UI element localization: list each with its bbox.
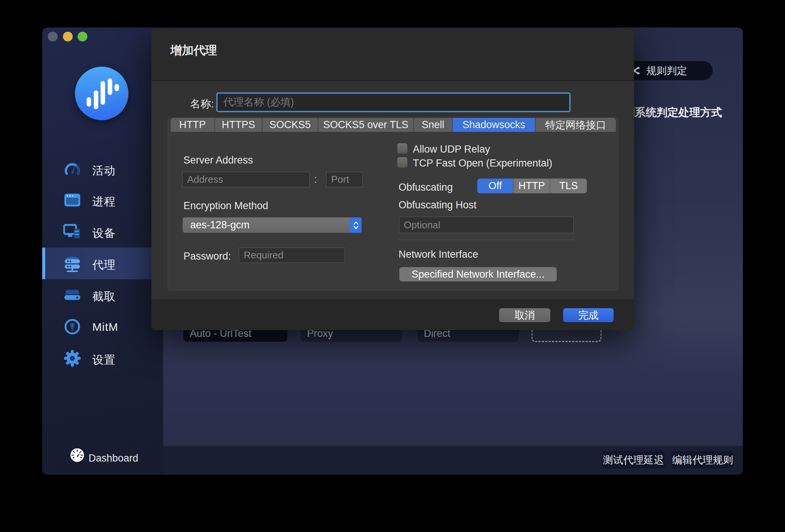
obfuscating-option-off[interactable]: Off (477, 179, 514, 193)
drive-icon (63, 287, 81, 303)
tab-snell[interactable]: Snell (414, 118, 453, 132)
tcp-fast-open-label: TCP Fast Open (Experimental) (413, 157, 552, 169)
dashboard-gauge-icon (70, 448, 84, 462)
done-button[interactable]: 完成 (563, 308, 614, 322)
proxy-type-tabbar: HTTP HTTPS SOCKS5 SOCKS5 over TLS Snell … (171, 118, 616, 132)
tab-http[interactable]: HTTP (171, 118, 215, 132)
sidebar-item-mitm[interactable]: MitM (42, 311, 163, 342)
devices-icon (63, 223, 81, 240)
add-proxy-dialog: 增加代理 名称: HTTP HTTPS SOCKS5 SOCKS5 over T… (151, 28, 634, 330)
address-input[interactable] (182, 172, 310, 187)
popup-chevrons-icon (350, 217, 362, 233)
keyhole-icon (63, 318, 81, 335)
traffic-minimize-button[interactable] (63, 32, 73, 41)
name-label: 名称: (166, 97, 214, 111)
password-label: Password: (183, 251, 231, 262)
sidebar-item-label: 代理 (92, 257, 116, 273)
rule-decision-label: 规则判定 (646, 64, 687, 78)
test-latency-button[interactable]: 测试代理延迟 (602, 451, 665, 468)
encryption-method-label: Encryption Method (183, 200, 268, 212)
sidebar-item-devices[interactable]: 设备 (42, 216, 163, 248)
encryption-method-select[interactable]: aes-128-gcm (183, 217, 362, 233)
cancel-button[interactable]: 取消 (499, 308, 550, 322)
sidebar-item-proxy[interactable]: 代理 (42, 248, 163, 279)
sidebar-item-label: 截取 (92, 289, 116, 304)
obfuscating-segmented-control: Off HTTP TLS (477, 179, 587, 193)
sidebar-item-capture[interactable]: 截取 (42, 279, 163, 311)
obfuscating-label: Obfuscating (399, 182, 453, 193)
sidebar-item-label: 活动 (92, 163, 116, 179)
traffic-zoom-button[interactable] (78, 32, 87, 41)
obfuscating-host-label: Obfuscating Host (399, 199, 476, 211)
obfuscating-option-http[interactable]: HTTP (514, 179, 550, 193)
dialog-header: 增加代理 (151, 28, 634, 81)
tab-shadowsocks[interactable]: Shadowsocks (453, 118, 536, 132)
sidebar-item-processes[interactable]: 进程 (42, 184, 163, 216)
tcp-fast-open-checkbox[interactable] (397, 157, 408, 168)
server-address-label: Server Address (183, 154, 253, 166)
tab-socks5[interactable]: SOCKS5 (263, 118, 318, 132)
tab-socks5-over-tls[interactable]: SOCKS5 over TLS (318, 118, 414, 132)
udp-relay-label: Allow UDP Relay (413, 144, 490, 155)
encryption-method-value: aes-128-gcm (190, 219, 250, 231)
traffic-close-button[interactable] (48, 32, 58, 41)
udp-relay-checkbox[interactable] (397, 143, 408, 154)
sidebar-item-dashboard[interactable]: Dashboard (42, 445, 163, 471)
password-input[interactable] (239, 248, 345, 263)
section-divider (399, 240, 575, 240)
name-field-focus-ring (216, 92, 571, 112)
edit-rules-button[interactable]: 编辑代理规则 (672, 451, 734, 468)
sidebar-item-label: 设置 (92, 352, 116, 368)
specified-network-interface-button[interactable]: Specified Network Interface... (399, 267, 557, 281)
sidebar-item-settings[interactable]: 设置 (42, 342, 163, 374)
obfuscating-option-tls[interactable]: TLS (550, 179, 587, 193)
tab-specific-interface[interactable]: 特定网络接口 (536, 118, 616, 132)
rule-subtitle-text: 则系统判定处理方式 (624, 105, 722, 120)
speedometer-icon (63, 161, 81, 177)
tab-https[interactable]: HTTPS (215, 118, 263, 132)
port-input[interactable] (326, 172, 363, 187)
proxy-server-icon (63, 255, 81, 272)
sidebar-item-label: 设备 (92, 226, 116, 241)
app-logo (75, 67, 128, 120)
gear-icon (63, 350, 81, 367)
sidebar: 活动 进程 (42, 28, 163, 475)
dialog-title: 增加代理 (170, 43, 217, 58)
selected-accent-bar (42, 248, 45, 279)
dialog-footer (151, 300, 634, 330)
network-interface-label: Network Interface (399, 249, 478, 260)
proxy-name-input[interactable] (218, 94, 569, 111)
obfuscating-host-input[interactable] (399, 217, 574, 233)
sidebar-item-label: 进程 (92, 194, 116, 209)
window-icon (63, 192, 81, 208)
sidebar-item-label: MitM (92, 321, 118, 333)
bottom-toolbar: 测试代理延迟 编辑代理规则 (163, 446, 743, 475)
proxy-config-panel: HTTP HTTPS SOCKS5 SOCKS5 over TLS Snell … (168, 118, 618, 290)
dashboard-label: Dashboard (89, 453, 138, 464)
sidebar-item-activity[interactable]: 活动 (42, 153, 163, 185)
address-port-colon: : (314, 174, 317, 185)
